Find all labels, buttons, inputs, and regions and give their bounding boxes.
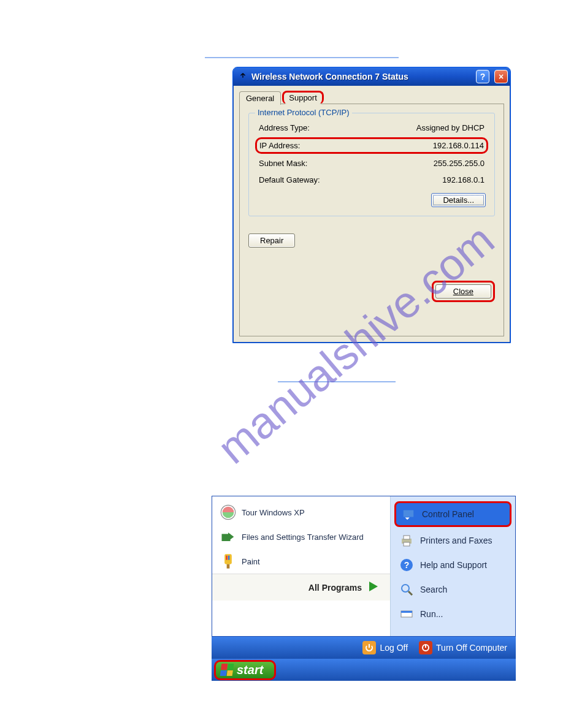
item-search[interactable]: Search: [391, 577, 515, 602]
gateway-label: Default Gateway:: [259, 175, 320, 184]
svg-rect-8: [404, 536, 410, 539]
close-x-button[interactable]: ×: [494, 70, 508, 83]
printers-label: Printers and Faxes: [420, 536, 492, 545]
transfer-icon: [220, 528, 237, 545]
decorative-line: [278, 381, 396, 382]
control-panel-label: Control Panel: [422, 509, 474, 519]
address-type-value: Assigned by DHCP: [416, 123, 484, 132]
turnoff-icon: [419, 641, 432, 654]
run-icon: [398, 605, 415, 623]
titlebar[interactable]: Wireless Network Connection 7 Status ? ×: [233, 67, 510, 86]
svg-line-13: [408, 591, 412, 595]
subnet-value: 255.255.255.0: [434, 159, 484, 168]
start-menu-left: Tour Windows XP Files and Settings Trans…: [212, 496, 390, 636]
svg-rect-15: [401, 611, 412, 613]
svg-rect-5: [227, 564, 230, 569]
printer-icon: [398, 532, 415, 549]
row-address-type: Address Type: Assigned by DHCP: [258, 119, 486, 136]
tcpip-groupbox: Internet Protocol (TCP/IP) Address Type:…: [248, 113, 495, 216]
logoff-label: Log Off: [380, 643, 408, 653]
help-icon: ?: [398, 556, 415, 574]
address-type-label: Address Type:: [259, 123, 310, 132]
subnet-label: Subnet Mask:: [259, 159, 308, 168]
status-dialog: Wireless Network Connection 7 Status ? ×…: [232, 67, 511, 343]
item-paint[interactable]: Paint: [212, 549, 390, 574]
tab-panel-support: Internet Protocol (TCP/IP) Address Type:…: [239, 104, 504, 336]
tab-general[interactable]: General: [239, 91, 281, 105]
logoff-button[interactable]: Log Off: [362, 641, 408, 654]
item-printers[interactable]: Printers and Faxes: [391, 528, 515, 553]
item-run[interactable]: Run...: [391, 602, 515, 626]
help-label: Help and Support: [420, 560, 487, 570]
tab-support[interactable]: Support: [282, 91, 324, 104]
svg-rect-3: [226, 556, 228, 560]
row-ip-address: IP Address: 192.168.0.114: [255, 137, 488, 154]
item-tour-xp[interactable]: Tour Windows XP: [212, 500, 390, 525]
taskbar: start: [212, 659, 516, 681]
ip-address-label: IP Address:: [259, 141, 300, 150]
control-panel-icon: [400, 506, 417, 523]
close-highlight: Close: [432, 281, 495, 302]
windows-flag-icon: [220, 664, 234, 676]
repair-button[interactable]: Repair: [248, 233, 295, 248]
start-menu-footer: Log Off Turn Off Computer: [212, 637, 516, 659]
paint-icon: [220, 553, 237, 570]
item-files-settings-transfer[interactable]: Files and Settings Transfer Wizard: [212, 525, 390, 549]
logoff-icon: [362, 641, 376, 654]
close-button[interactable]: Close: [435, 284, 491, 298]
groupbox-title: Internet Protocol (TCP/IP): [255, 108, 352, 117]
tab-strip: General Support: [239, 91, 504, 104]
svg-rect-6: [404, 510, 414, 517]
play-icon: [367, 580, 379, 594]
search-icon: [398, 581, 415, 598]
svg-rect-4: [228, 556, 229, 560]
close-button-label: Close: [453, 287, 473, 296]
decorative-line: [205, 57, 399, 58]
row-subnet: Subnet Mask: 255.255.255.0: [258, 155, 486, 172]
svg-point-12: [402, 585, 409, 592]
tour-icon: [220, 504, 237, 521]
fst-label: Files and Settings Transfer Wizard: [242, 533, 364, 542]
turnoff-button[interactable]: Turn Off Computer: [419, 641, 507, 654]
start-menu: Tour Windows XP Files and Settings Trans…: [212, 496, 516, 681]
tour-label: Tour Windows XP: [242, 508, 305, 517]
run-label: Run...: [420, 609, 443, 619]
start-menu-right: Control Panel Printers and Faxes ? Help …: [390, 496, 515, 636]
details-button[interactable]: Details...: [431, 193, 486, 207]
ip-address-value: 192.168.0.114: [433, 141, 484, 150]
all-programs[interactable]: All Programs: [212, 574, 390, 601]
help-button[interactable]: ?: [476, 70, 489, 83]
turnoff-label: Turn Off Computer: [436, 643, 507, 653]
wireless-icon: [238, 72, 248, 82]
gateway-value: 192.168.0.1: [442, 175, 484, 184]
paint-label: Paint: [242, 557, 260, 566]
all-programs-label: All Programs: [308, 583, 362, 593]
start-label: start: [237, 663, 263, 677]
svg-text:?: ?: [404, 560, 410, 570]
search-label: Search: [420, 585, 447, 594]
start-button[interactable]: start: [214, 660, 276, 680]
item-control-panel[interactable]: Control Panel: [394, 501, 511, 527]
svg-rect-9: [404, 542, 410, 546]
row-gateway: Default Gateway: 192.168.0.1: [258, 172, 486, 188]
dialog-title: Wireless Network Connection 7 Status: [251, 72, 472, 82]
item-help[interactable]: ? Help and Support: [391, 553, 515, 577]
